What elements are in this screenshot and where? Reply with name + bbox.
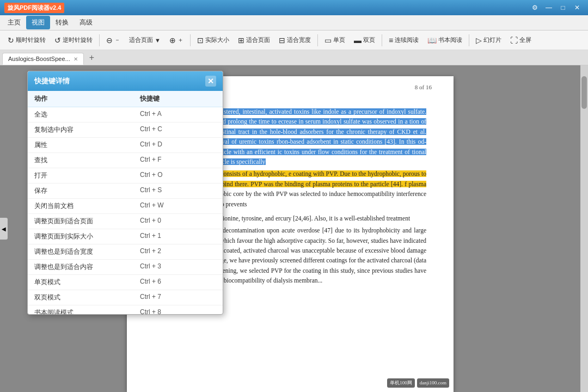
page-number: 8 of 16 bbox=[415, 83, 432, 92]
tab-pdf[interactable]: Auslogics-BoostSpee... ✕ bbox=[2, 53, 84, 65]
shortcut-key: Ctrl + 0 bbox=[140, 217, 216, 226]
dialog-header: 动作 快捷键 bbox=[28, 91, 223, 107]
menu-view[interactable]: 视图 bbox=[26, 16, 50, 29]
shortcut-action: 保存 bbox=[34, 186, 140, 195]
fit-width-button[interactable]: ⊟ 适合宽度 bbox=[275, 34, 314, 46]
shortcut-action: 调整页面到适合页面 bbox=[34, 217, 140, 226]
shortcut-key: Ctrl + 1 bbox=[140, 232, 216, 241]
shortcut-action: 双页模式 bbox=[34, 293, 140, 302]
separator-4 bbox=[382, 34, 382, 46]
slideshow-label: 幻灯片 bbox=[483, 36, 501, 44]
shortcut-row: 书本阅读模式Ctrl + 8 bbox=[28, 305, 223, 314]
rotate-cw-label: 顺时针旋转 bbox=[16, 36, 46, 44]
continuous-label: 连续阅读 bbox=[395, 36, 419, 44]
single-page-icon: ▭ bbox=[324, 36, 332, 45]
menu-convert[interactable]: 转换 bbox=[50, 16, 74, 29]
rotate-ccw-button[interactable]: ↺ 逆时针旋转 bbox=[51, 34, 96, 46]
zoom-out-icon: ⊖ bbox=[106, 36, 113, 45]
shortcut-row: 属性Ctrl + D bbox=[28, 138, 223, 153]
rotate-ccw-label: 逆时针旋转 bbox=[63, 36, 93, 44]
rotate-ccw-icon: ↺ bbox=[54, 36, 61, 45]
fit-width-label: 适合宽度 bbox=[287, 36, 311, 44]
shortcut-key: Ctrl + 3 bbox=[140, 262, 216, 272]
shortcut-row: 保存Ctrl + S bbox=[28, 183, 223, 199]
fullscreen-icon: ⛶ bbox=[510, 36, 518, 45]
rotate-cw-button[interactable]: ↻ 顺时针旋转 bbox=[4, 34, 49, 46]
watermark-badge-2: danji100.com bbox=[417, 378, 449, 388]
scrollbar-thumb[interactable] bbox=[581, 76, 587, 109]
shortcut-dialog[interactable]: 快捷键详情 ✕ 动作 快捷键 全选Ctrl + A复制选中内容Ctrl + C属… bbox=[27, 71, 223, 315]
actual-size-icon: ⊡ bbox=[197, 36, 204, 45]
dialog-header-action: 动作 bbox=[34, 94, 140, 103]
shortcut-key: Ctrl + 7 bbox=[140, 293, 216, 302]
shortcut-key: Ctrl + W bbox=[140, 201, 216, 211]
menu-home[interactable]: 主页 bbox=[2, 16, 26, 29]
fit-page2-button[interactable]: ⊞ 适合页面 bbox=[235, 34, 273, 46]
shortcut-action: 全选 bbox=[34, 110, 140, 119]
left-collapse-button[interactable]: ◀ bbox=[0, 218, 8, 240]
shortcut-row: 复制选中内容Ctrl + C bbox=[28, 122, 223, 138]
fit-page-label: 适合页面 bbox=[129, 36, 153, 44]
book-icon: 📖 bbox=[427, 36, 437, 45]
book-read-button[interactable]: 📖 书本阅读 bbox=[424, 34, 465, 46]
menu-advanced[interactable]: 高级 bbox=[74, 16, 98, 29]
shortcut-key: Ctrl + S bbox=[140, 186, 216, 195]
dialog-title: 快捷键详情 bbox=[34, 76, 70, 86]
dialog-body: 全选Ctrl + A复制选中内容Ctrl + C属性Ctrl + D查找Ctrl… bbox=[28, 107, 223, 314]
dropdown-icon: ▼ bbox=[155, 37, 161, 44]
tab-add-button[interactable]: + bbox=[85, 51, 99, 65]
single-label: 单页 bbox=[333, 36, 345, 44]
fit-width-icon: ⊟ bbox=[279, 36, 285, 45]
slideshow-icon: ▷ bbox=[476, 36, 482, 45]
tab-label: Auslogics-BoostSpee... bbox=[8, 56, 70, 62]
shortcut-key: Ctrl + 6 bbox=[140, 278, 216, 287]
shortcut-action: 打开 bbox=[34, 171, 140, 180]
zoom-out-button[interactable]: ⊖ － bbox=[103, 34, 124, 46]
toolbar: ↻ 顺时针旋转 ↺ 逆时针旋转 ⊖ － 适合页面 ▼ ⊕ ＋ ⊡ 实际大小 ⊞ … bbox=[0, 30, 588, 50]
shortcut-key: Ctrl + O bbox=[140, 171, 216, 180]
fullscreen-label: 全屏 bbox=[519, 36, 531, 44]
tab-close-button[interactable]: ✕ bbox=[74, 56, 78, 62]
shortcut-row: 关闭当前文档Ctrl + W bbox=[28, 199, 223, 214]
actual-size-label: 实际大小 bbox=[205, 36, 229, 44]
shortcut-key: Ctrl + F bbox=[140, 156, 216, 165]
minimize-button[interactable]: — bbox=[542, 3, 555, 13]
shortcut-action: 复制选中内容 bbox=[34, 125, 140, 134]
window-controls: ⚙ — □ ✕ bbox=[528, 3, 584, 13]
separator-3 bbox=[317, 34, 318, 46]
fit-page2-icon: ⊞ bbox=[238, 36, 244, 45]
shortcut-action: 调整也是到适合内容 bbox=[34, 262, 140, 272]
shortcut-row: 调整页面到适合页面Ctrl + 0 bbox=[28, 214, 223, 229]
separator-2 bbox=[190, 34, 191, 46]
continuous-read-button[interactable]: ≡ 连续阅读 bbox=[385, 34, 422, 46]
shortcut-action: 属性 bbox=[34, 140, 140, 150]
fullscreen-button[interactable]: ⛶ 全屏 bbox=[507, 34, 535, 46]
dialog-header-key: 快捷键 bbox=[140, 94, 216, 103]
single-page-button[interactable]: ▭ 单页 bbox=[321, 34, 348, 46]
shortcut-row: 打开Ctrl + O bbox=[28, 168, 223, 183]
rotate-cw-icon: ↻ bbox=[8, 36, 14, 45]
dialog-close-button[interactable]: ✕ bbox=[205, 76, 216, 87]
watermark: 单机100网 danji100.com bbox=[387, 378, 449, 388]
continuous-icon: ≡ bbox=[389, 36, 393, 45]
separator-1 bbox=[99, 34, 100, 46]
book-label: 书本阅读 bbox=[438, 36, 462, 44]
fit-page-button[interactable]: 适合页面 ▼ bbox=[126, 34, 164, 46]
shortcut-key: Ctrl + 2 bbox=[140, 247, 216, 256]
zoom-in-button[interactable]: ⊕ ＋ bbox=[166, 34, 187, 46]
scrollbar[interactable] bbox=[580, 65, 588, 392]
shortcut-action: 调整页面到实际大小 bbox=[34, 232, 140, 241]
shortcut-key: Ctrl + A bbox=[140, 110, 216, 119]
double-page-button[interactable]: ▬ 双页 bbox=[351, 34, 378, 46]
close-button[interactable]: ✕ bbox=[571, 3, 584, 13]
shortcut-row: 全选Ctrl + A bbox=[28, 107, 223, 122]
shortcut-row: 查找Ctrl + F bbox=[28, 153, 223, 168]
actual-size-button[interactable]: ⊡ 实际大小 bbox=[194, 34, 232, 46]
zoom-in-icon: ⊕ bbox=[169, 36, 176, 45]
menu-bar: 主页 视图 转换 高级 bbox=[0, 15, 588, 30]
maximize-button[interactable]: □ bbox=[556, 3, 569, 13]
slideshow-button[interactable]: ▷ 幻灯片 bbox=[473, 34, 505, 46]
settings-button[interactable]: ⚙ bbox=[528, 3, 541, 13]
tab-bar: Auslogics-BoostSpee... ✕ + bbox=[0, 50, 588, 65]
shortcut-row: 单页模式Ctrl + 6 bbox=[28, 275, 223, 290]
